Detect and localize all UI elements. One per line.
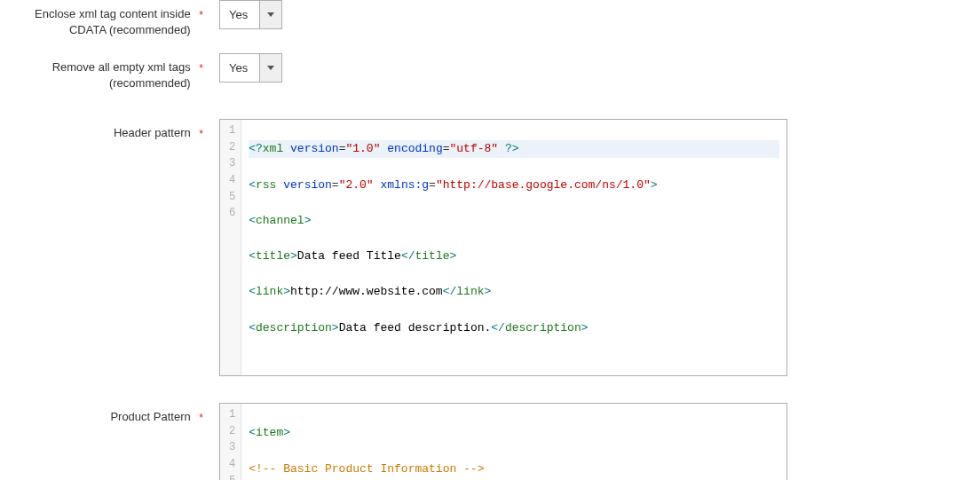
required-marker: * bbox=[199, 9, 203, 21]
required-marker: * bbox=[199, 412, 203, 424]
editor-code: <item> <!-- Basic Product Information --… bbox=[241, 404, 786, 480]
remove-empty-select[interactable]: Yes bbox=[219, 53, 282, 83]
editor-gutter: 123456 7 bbox=[220, 404, 241, 480]
header-pattern-editor[interactable]: 123456 <?xml version="1.0" encoding="utf… bbox=[219, 119, 787, 376]
enclose-cdata-label: Enclose xml tag content inside CDATA (re… bbox=[0, 0, 219, 37]
editor-code: <?xml version="1.0" encoding="utf-8" ?> … bbox=[241, 120, 786, 375]
remove-empty-value: Yes bbox=[219, 53, 259, 83]
required-marker: * bbox=[199, 62, 203, 75]
remove-empty-label: Remove all empty xml tags (recommended) … bbox=[0, 53, 219, 90]
enclose-cdata-value: Yes bbox=[219, 0, 259, 29]
chevron-down-icon bbox=[259, 0, 282, 29]
required-marker: * bbox=[199, 128, 203, 140]
header-pattern-label: Header pattern * bbox=[0, 119, 219, 141]
product-pattern-label: Product Pattern * bbox=[0, 403, 219, 425]
editor-gutter: 123456 bbox=[220, 120, 241, 375]
chevron-down-icon bbox=[259, 53, 282, 83]
product-pattern-editor[interactable]: 123456 7 <item> <!-- Basic Product Infor… bbox=[219, 403, 787, 480]
enclose-cdata-select[interactable]: Yes bbox=[219, 0, 282, 29]
